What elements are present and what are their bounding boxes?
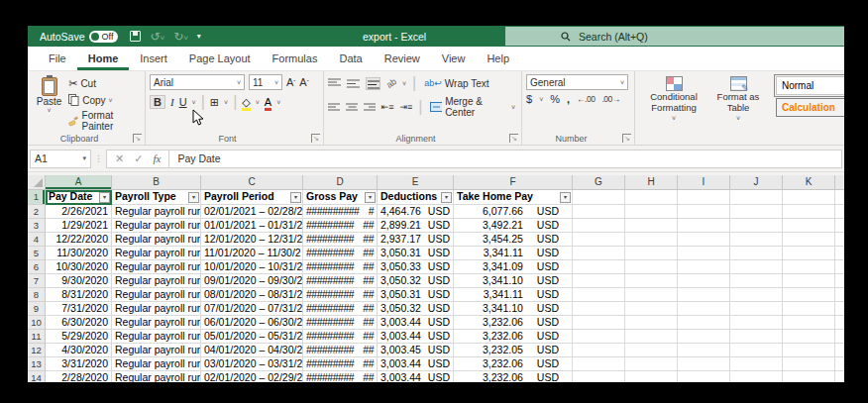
autosave-switch[interactable]: Off <box>89 31 119 43</box>
redo-icon[interactable]: ↻˅ <box>173 30 188 44</box>
cell-D12[interactable]: ########### <box>303 344 378 357</box>
cell-H8[interactable] <box>625 288 678 302</box>
cell-G12[interactable] <box>573 344 625 357</box>
cell-F14[interactable]: 3,232.06USD <box>454 371 573 382</box>
percent-style-button[interactable]: % <box>550 93 560 105</box>
top-align-icon[interactable] <box>328 78 341 89</box>
insert-function-icon[interactable]: fx <box>153 152 161 164</box>
accounting-format-button[interactable]: $ <box>526 93 532 105</box>
cell-K1[interactable] <box>783 190 835 205</box>
cell-I8[interactable] <box>678 288 730 302</box>
cell-L6[interactable] <box>835 260 844 274</box>
filter-button-F[interactable]: ▾ <box>560 192 571 203</box>
row-header-13[interactable]: 13 <box>28 357 46 371</box>
cut-button[interactable]: ✂ Cut <box>66 76 141 91</box>
cell-H13[interactable] <box>625 357 678 371</box>
cell-F1[interactable]: Take Home Pay▾ <box>454 190 573 205</box>
cell-H14[interactable] <box>625 371 678 382</box>
cell-A3[interactable]: 1/29/2021 <box>46 219 112 233</box>
cell-G6[interactable] <box>573 260 625 274</box>
cell-J14[interactable] <box>730 371 783 382</box>
column-header-C[interactable]: C <box>201 175 303 189</box>
filter-button-A[interactable]: ▾ <box>99 192 110 203</box>
cell-B5[interactable]: Regular payroll rur <box>112 247 201 260</box>
cell-H11[interactable] <box>625 330 678 344</box>
cell-D2[interactable]: ########### <box>303 205 378 219</box>
tab-formulas[interactable]: Formulas <box>262 49 329 70</box>
cell-J11[interactable] <box>730 330 783 344</box>
undo-icon[interactable]: ↺˅ <box>150 30 164 44</box>
cell-H10[interactable] <box>625 316 678 330</box>
cell-G13[interactable] <box>573 357 625 371</box>
cell-J4[interactable] <box>730 233 783 247</box>
cell-E10[interactable]: 3,003.44USD <box>378 316 454 330</box>
row-header-12[interactable]: 12 <box>28 344 46 357</box>
copy-dropdown-icon[interactable]: ˅ <box>109 97 113 104</box>
decrease-indent-icon[interactable]: ⇤≡ <box>381 102 394 112</box>
cell-L5[interactable] <box>835 247 844 260</box>
borders-dropdown-icon[interactable]: ˅ <box>224 99 228 106</box>
cell-D4[interactable]: ########### <box>303 233 378 247</box>
cell-D8[interactable]: ########### <box>303 288 378 302</box>
cell-L11[interactable] <box>835 330 844 344</box>
cell-E1[interactable]: Deductions▾ <box>378 190 454 205</box>
cell-L9[interactable] <box>835 302 844 316</box>
cell-F10[interactable]: 3,232.06USD <box>454 316 573 330</box>
format-painter-button[interactable]: Format Painter <box>66 109 141 133</box>
increase-indent-icon[interactable]: ⇥≡ <box>399 102 412 112</box>
tab-view[interactable]: View <box>431 49 477 70</box>
cell-F9[interactable]: 3,341.10USD <box>454 302 573 316</box>
cell-B9[interactable]: Regular payroll rur <box>112 302 201 316</box>
row-header-10[interactable]: 10 <box>28 316 46 330</box>
cell-B10[interactable]: Regular payroll rur <box>112 316 201 330</box>
cell-C6[interactable]: 10/01/2020 – 10/31/2 <box>201 260 303 274</box>
orientation-icon[interactable]: ab <box>384 76 398 90</box>
cell-H6[interactable] <box>625 260 678 274</box>
row-header-7[interactable]: 7 <box>28 274 46 288</box>
cell-G8[interactable] <box>573 288 625 302</box>
row-header-8[interactable]: 8 <box>28 288 46 302</box>
alignment-dialog-launcher-icon[interactable]: ↘ <box>509 134 518 143</box>
cell-I1[interactable] <box>678 190 730 205</box>
filter-button-C[interactable]: ▾ <box>290 192 301 203</box>
cell-H2[interactable] <box>625 205 678 219</box>
cell-A6[interactable]: 10/30/2020 <box>46 260 112 274</box>
cell-K8[interactable] <box>783 288 835 302</box>
cell-J9[interactable] <box>730 302 783 316</box>
cell-L8[interactable] <box>835 288 844 302</box>
cell-D9[interactable]: ########### <box>303 302 378 316</box>
accounting-dropdown-icon[interactable]: ˅ <box>539 96 543 103</box>
row-header-5[interactable]: 5 <box>28 247 46 260</box>
tab-file[interactable]: File <box>38 49 77 70</box>
cell-I10[interactable] <box>678 316 730 330</box>
tab-data[interactable]: Data <box>328 49 373 70</box>
row-header-9[interactable]: 9 <box>28 302 46 316</box>
cell-K11[interactable] <box>783 330 835 344</box>
cell-L14[interactable] <box>835 371 844 382</box>
column-header-G[interactable]: G <box>573 175 625 189</box>
cell-I14[interactable] <box>678 371 730 382</box>
cell-K4[interactable] <box>783 233 835 247</box>
column-header-H[interactable]: H <box>625 175 678 189</box>
cell-B2[interactable]: Regular payroll rur <box>112 205 201 219</box>
cell-E11[interactable]: 3,003.44USD <box>378 330 454 344</box>
cell-G7[interactable] <box>573 274 625 288</box>
cell-C4[interactable]: 12/01/2020 – 12/31/2 <box>201 233 303 247</box>
cell-style-normal[interactable]: Normal <box>776 76 844 95</box>
cell-L13[interactable] <box>835 357 844 371</box>
paste-dropdown-icon[interactable]: ˅ <box>48 107 52 114</box>
cell-E5[interactable]: 3,050.31USD <box>378 247 454 260</box>
cell-K7[interactable] <box>783 274 835 288</box>
column-header-F[interactable]: F <box>454 175 573 189</box>
cell-L4[interactable] <box>835 233 844 247</box>
cell-F8[interactable]: 3,341.11USD <box>454 288 573 302</box>
cell-E12[interactable]: 3,003.45USD <box>378 344 454 357</box>
bold-button[interactable]: B <box>150 95 165 109</box>
cell-F6[interactable]: 3,341.09USD <box>454 260 573 274</box>
cell-J1[interactable] <box>730 190 783 205</box>
middle-align-icon[interactable] <box>347 78 360 89</box>
cell-G4[interactable] <box>573 233 625 247</box>
wrap-text-button[interactable]: ab↩ Wrap Text <box>422 77 490 90</box>
comma-style-button[interactable]: , <box>567 93 570 105</box>
cell-H9[interactable] <box>625 302 678 316</box>
